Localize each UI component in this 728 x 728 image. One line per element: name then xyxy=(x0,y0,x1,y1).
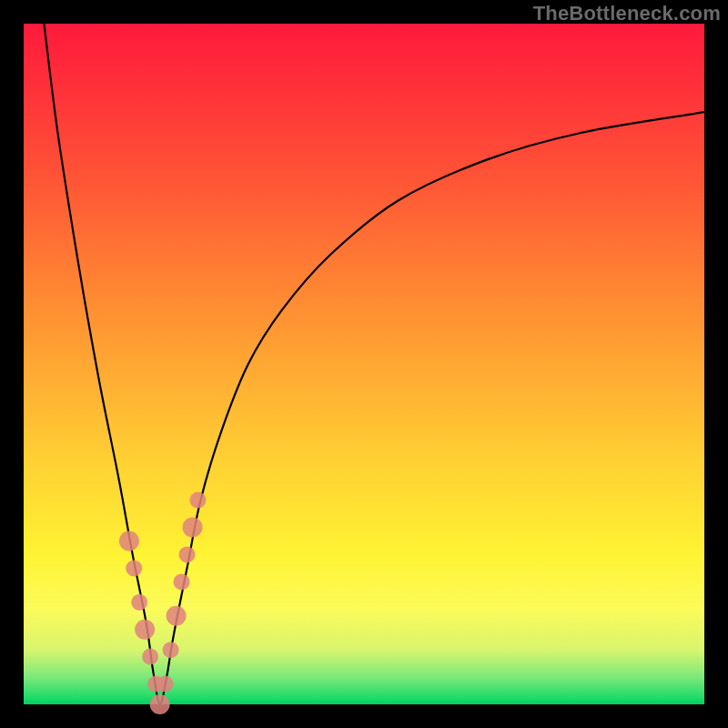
chart-frame: TheBottleneck.com xyxy=(0,0,728,728)
data-marker xyxy=(126,560,142,576)
data-marker xyxy=(119,531,139,551)
data-marker xyxy=(190,492,207,509)
data-marker xyxy=(150,694,170,714)
data-marker xyxy=(131,594,147,611)
data-marker xyxy=(163,642,179,658)
data-marker xyxy=(174,573,190,590)
data-marker xyxy=(183,518,203,538)
data-marker xyxy=(142,649,158,665)
data-marker xyxy=(167,606,187,626)
data-marker xyxy=(179,546,196,562)
plot-area xyxy=(24,24,704,704)
watermark-text: TheBottleneck.com xyxy=(533,2,721,25)
data-marker xyxy=(135,620,155,640)
data-marker xyxy=(157,676,174,693)
marker-group xyxy=(119,492,207,714)
curve-layer xyxy=(24,24,704,704)
